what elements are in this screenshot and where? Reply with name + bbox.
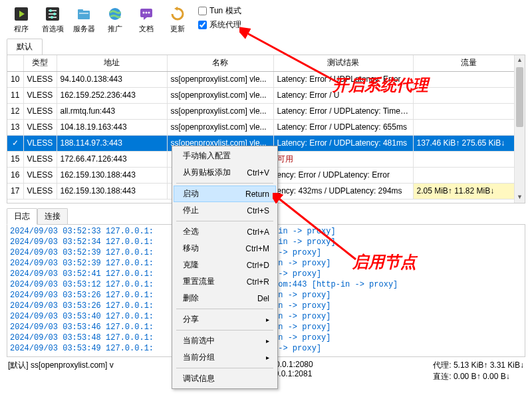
ctx-share[interactable]: 分享	[174, 311, 276, 328]
ctx-reset-traffic[interactable]: 重置流量Ctrl+R	[174, 273, 276, 290]
separator	[176, 309, 273, 309]
docs-button[interactable]: 文档	[132, 3, 161, 35]
status-proxy: 代理: 5.13 KiB↑ 3.31 KiB↓	[433, 360, 524, 371]
ctx-debug-info[interactable]: 调试信息	[174, 370, 276, 387]
tun-mode-checkbox[interactable]: Tun 模式	[198, 5, 241, 17]
tab-default[interactable]: 默认	[7, 39, 43, 55]
svg-point-15	[148, 12, 150, 14]
sliders-icon	[43, 5, 62, 23]
system-proxy-checkbox[interactable]: 系统代理	[198, 19, 241, 31]
ctx-move[interactable]: 移动Ctrl+M	[174, 240, 276, 257]
scroll-up-icon[interactable]: ▲	[515, 55, 525, 66]
svg-point-13	[143, 12, 145, 14]
col-traffic[interactable]: 流量	[413, 55, 525, 71]
svg-rect-9	[78, 9, 83, 12]
main-toolbar: 程序 首选项 服务器 推广 文档 更新 Tun 模式 系统代理	[0, 0, 532, 37]
context-menu: 手动输入配置 从剪贴板添加Ctrl+V 启动Return 停止Ctrl+S 全选…	[172, 146, 278, 389]
ctx-current-group[interactable]: 当前分组	[174, 349, 276, 366]
scroll-thumb[interactable]	[516, 67, 523, 127]
svg-point-5	[49, 9, 52, 12]
separator	[176, 330, 273, 331]
update-button[interactable]: 更新	[163, 3, 192, 35]
tab-log[interactable]: 日志	[7, 208, 37, 225]
ctx-manual-input[interactable]: 手动输入配置	[174, 148, 276, 164]
play-icon	[12, 5, 31, 23]
program-button[interactable]: 程序	[7, 3, 36, 35]
refresh-icon	[168, 5, 187, 23]
server-group-tabs: 默认	[0, 38, 532, 55]
tab-connections[interactable]: 连接	[37, 208, 68, 225]
svg-point-14	[146, 12, 148, 14]
separator	[176, 368, 273, 368]
col-type[interactable]: 类型	[23, 55, 57, 71]
table-row[interactable]: 11VLESS162.159.252.236:443ss[openproxyli…	[7, 87, 525, 103]
ctx-current-selection[interactable]: 当前选中	[174, 332, 276, 349]
promote-button[interactable]: 推广	[100, 3, 130, 35]
col-address[interactable]: 地址	[57, 55, 167, 71]
ctx-clone[interactable]: 克隆Ctrl+D	[174, 257, 276, 273]
ctx-delete[interactable]: 删除Del	[174, 290, 276, 307]
chat-icon	[137, 5, 156, 23]
svg-point-7	[51, 16, 53, 19]
table-row[interactable]: 10VLESS94.140.0.138:443ss[openproxylist.…	[7, 71, 525, 87]
ctx-select-all[interactable]: 全选Ctrl+A	[174, 223, 276, 240]
servers-button[interactable]: 服务器	[69, 3, 98, 35]
toolbar-checkboxes: Tun 模式 系统代理	[198, 3, 241, 31]
table-row[interactable]: 13VLESS104.18.19.163:443ss[openproxylist…	[7, 119, 525, 135]
status-right: 代理: 5.13 KiB↑ 3.31 KiB↓ 直连: 0.00 B↑ 0.00…	[433, 360, 524, 382]
vertical-scrollbar[interactable]: ▲ ▼	[514, 55, 525, 203]
table-row[interactable]: 12VLESSall.rmtq.fun:443ss[openproxylist.…	[7, 103, 525, 119]
svg-rect-10	[79, 13, 88, 14]
status-left: [默认] ss[openproxylist.com] v	[8, 360, 114, 382]
ctx-paste[interactable]: 从剪贴板添加Ctrl+V	[174, 164, 276, 181]
status-direct: 直连: 0.00 B↑ 0.00 B↓	[433, 371, 524, 382]
preferences-button[interactable]: 首选项	[38, 3, 67, 35]
folder-icon	[74, 5, 93, 23]
scroll-down-icon[interactable]: ▼	[515, 192, 525, 203]
col-test[interactable]: 测试结果	[273, 55, 413, 71]
svg-point-6	[53, 13, 56, 15]
ctx-stop[interactable]: 停止Ctrl+S	[174, 202, 276, 219]
col-name[interactable]: 名称	[167, 55, 273, 71]
separator	[176, 221, 273, 221]
separator	[176, 183, 273, 184]
col-index[interactable]	[7, 55, 23, 71]
ctx-start[interactable]: 启动Return	[174, 186, 276, 202]
globe-icon	[106, 5, 124, 23]
